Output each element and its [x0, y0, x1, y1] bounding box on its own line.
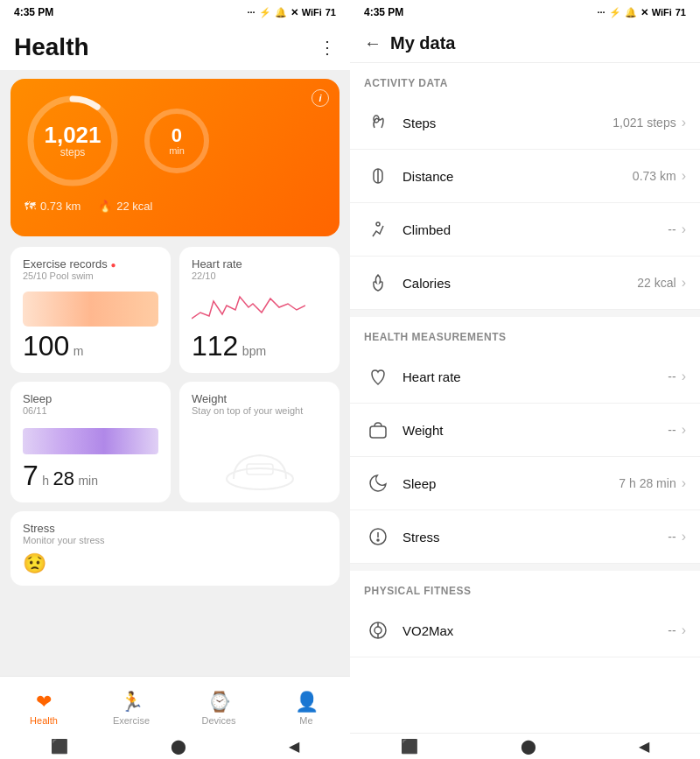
arrow-icon: › [682, 475, 686, 491]
nav-me[interactable]: 👤 Me [262, 691, 350, 729]
right-panel: 4:35 PM ··· ⚡ 🔔 ✕ WiFi 71 ← My data ACTI… [350, 0, 700, 759]
status-bar-right: 4:35 PM ··· ⚡ 🔔 ✕ WiFi 71 [350, 0, 700, 25]
sys-circle-left[interactable]: ⬤ [171, 738, 186, 755]
left-panel: 4:35 PM ··· ⚡ 🔔 ✕ WiFi 71 Health ⋮ i [0, 0, 350, 759]
calories-stat: 🔥 22 kcal [98, 200, 152, 213]
vo2-icon [364, 616, 392, 644]
cards-grid: Exercise records ● 25/10 Pool swim 100 m [10, 247, 340, 502]
nav-devices[interactable]: ⌚ Devices [175, 691, 262, 729]
row-stress[interactable]: Stress -- › [350, 510, 700, 564]
arrow-icon: › [682, 168, 686, 184]
sys-nav-left: ⬛ ⬤ ◀ [0, 733, 350, 759]
right-header: ← My data [350, 25, 700, 63]
sleep-value: 7 h 28 min [23, 460, 158, 492]
svg-point-9 [376, 222, 380, 226]
exercise-card[interactable]: Exercise records ● 25/10 Pool swim 100 m [10, 247, 171, 373]
row-sleep[interactable]: Sleep 7 h 28 min › [350, 457, 700, 510]
row-steps[interactable]: Steps 1,021 steps › [350, 96, 700, 150]
svg-point-15 [374, 627, 382, 634]
me-icon: 👤 [295, 691, 318, 713]
arrow-icon: › [682, 622, 686, 638]
section-divider-2 [350, 564, 700, 571]
section-divider-1 [350, 310, 700, 317]
health-icon: ❤ [36, 691, 52, 713]
steps-icon [364, 109, 392, 137]
exercise-value: 100 m [23, 330, 158, 362]
row-heartrate[interactable]: Heart rate -- › [350, 350, 700, 404]
section-fitness: PHYSICAL FITNESS [350, 571, 700, 604]
svg-point-13 [377, 539, 379, 541]
section-activity: ACTIVITY DATA [350, 63, 700, 96]
sleep-chart [23, 428, 158, 454]
weight-card[interactable]: Weight Stay on top of your weight [179, 382, 340, 502]
arrow-icon: › [682, 115, 686, 130]
arrow-icon: › [682, 529, 686, 545]
row-climbed[interactable]: Climbed -- › [350, 203, 700, 257]
heartrate-sparkline [192, 288, 327, 327]
minutes-circle: 0 min [142, 106, 212, 176]
row-distance[interactable]: Distance 0.73 km › [350, 150, 700, 203]
scroll-area: i 1,021 steps [0, 70, 350, 676]
page-title: My data [390, 33, 455, 53]
arrow-icon: › [682, 369, 686, 384]
distance-icon [364, 162, 392, 190]
climbed-icon [364, 215, 392, 243]
bottom-stats: 🗺 0.73 km 🔥 22 kcal [24, 200, 326, 213]
stress-card[interactable]: Stress Monitor your stress 😟 [10, 511, 340, 586]
stress-icon: 😟 [23, 552, 327, 575]
stress-row-icon [364, 523, 392, 551]
row-vo2max[interactable]: VO2Max -- › [350, 604, 700, 657]
sys-square-left[interactable]: ⬛ [51, 738, 68, 755]
sys-nav-right: ⬛ ⬤ ◀ [350, 733, 700, 759]
time-left: 4:35 PM [14, 6, 53, 18]
svg-point-4 [227, 468, 293, 489]
heartrate-value: 112 bpm [192, 330, 327, 362]
nav-health[interactable]: ❤ Health [0, 691, 88, 729]
sleep-row-icon [364, 469, 392, 497]
bottom-nav: ❤ Health 🏃 Exercise ⌚ Devices 👤 Me [0, 676, 350, 733]
row-calories[interactable]: Calories 22 kcal › [350, 257, 700, 310]
arrow-icon: › [682, 275, 686, 291]
steps-circle: 1,021 steps [24, 93, 121, 189]
arrow-icon: › [682, 422, 686, 438]
nav-exercise[interactable]: 🏃 Exercise [88, 691, 175, 729]
status-bar-left: 4:35 PM ··· ⚡ 🔔 ✕ WiFi 71 [0, 0, 350, 25]
sleep-card[interactable]: Sleep 06/11 7 h 28 min [10, 382, 171, 502]
heartrate-row-icon [364, 362, 392, 390]
arrow-icon: › [682, 221, 686, 237]
sys-circle-right[interactable]: ⬤ [521, 738, 536, 755]
sys-back-right[interactable]: ◀ [639, 738, 649, 755]
weight-scale-image [192, 439, 327, 492]
sys-square-right[interactable]: ⬛ [401, 738, 418, 755]
menu-button[interactable]: ⋮ [318, 37, 336, 58]
circles-row: 1,021 steps 0 min [24, 93, 326, 189]
weight-row-icon [364, 416, 392, 444]
minutes-value: 0 min [169, 126, 185, 156]
status-icons-right: ··· ⚡ 🔔 ✕ WiFi 71 [597, 7, 686, 18]
data-scroll: ACTIVITY DATA Steps 1,021 steps › Distan… [350, 63, 700, 733]
steps-value: 1,021 steps [44, 123, 101, 158]
activity-card[interactable]: i 1,021 steps [10, 79, 340, 236]
time-right: 4:35 PM [364, 6, 403, 18]
calories-icon [364, 269, 392, 297]
distance-stat: 🗺 0.73 km [24, 200, 80, 213]
status-icons-left: ··· ⚡ 🔔 ✕ WiFi 71 [247, 7, 336, 18]
section-health: HEALTH MEASUREMENTS [350, 317, 700, 350]
exercise-icon: 🏃 [120, 691, 144, 713]
devices-icon: ⌚ [207, 691, 231, 713]
app-title: Health [14, 33, 89, 61]
heartrate-card[interactable]: Heart rate 22/10 112 bpm [179, 247, 340, 373]
svg-rect-10 [370, 426, 386, 438]
info-icon[interactable]: i [312, 89, 329, 107]
row-weight[interactable]: Weight -- › [350, 404, 700, 457]
sys-back-left[interactable]: ◀ [289, 738, 299, 755]
back-button[interactable]: ← [364, 33, 382, 53]
left-header: Health ⋮ [0, 25, 350, 70]
